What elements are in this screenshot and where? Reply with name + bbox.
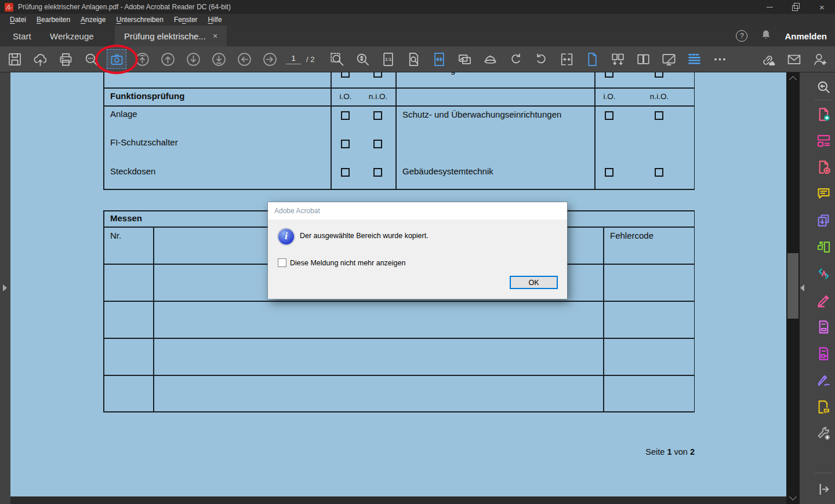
col-nok-right: n.i.O. (650, 92, 669, 101)
nav-pane-strip (0, 72, 10, 504)
find-icon[interactable] (81, 49, 101, 69)
menu-unterschreiben[interactable]: Unterschreiben (111, 14, 168, 25)
split-view-icon[interactable] (557, 49, 576, 69)
snapshot-icon[interactable] (107, 49, 126, 69)
menu-bar: DateiBearbeitenAnzeigeUnterschreibenFens… (0, 14, 835, 25)
pdf-checkbox (341, 168, 350, 177)
single-page-view-icon[interactable] (582, 49, 602, 69)
dont-show-again-row[interactable]: Diese Meldung nicht mehr anzeigen (278, 258, 405, 267)
tab-start[interactable]: Start (3, 25, 41, 46)
table-line (103, 189, 695, 190)
compress-pdf-icon[interactable] (814, 264, 833, 283)
full-screen-icon[interactable] (659, 49, 678, 69)
table-line (103, 338, 695, 339)
pdf-checkbox (341, 72, 350, 78)
dont-show-again-checkbox[interactable] (278, 258, 286, 267)
row-label-schutz-ueberwachung: Schutz- und Überwachungseinrichtungen (402, 108, 588, 122)
actual-size-icon[interactable]: 1:1 (378, 49, 398, 69)
export-pdf-icon[interactable] (814, 104, 833, 124)
pdf-checkbox (373, 72, 382, 78)
pdf-checkbox (655, 111, 663, 120)
pdf-checkbox (341, 111, 350, 120)
page-scrolling-icon[interactable] (684, 49, 704, 69)
window-controls: × (757, 0, 835, 14)
col-ok-left: i.O. (339, 92, 351, 101)
scroll-up-icon[interactable] (789, 76, 797, 83)
scrollbar-thumb[interactable] (787, 253, 798, 319)
fill-and-sign-icon[interactable] (814, 290, 833, 310)
expand-nav-pane-icon[interactable] (3, 284, 7, 291)
ok-button[interactable]: OK (510, 276, 558, 289)
redact-icon[interactable] (814, 344, 833, 363)
organize-pages-icon[interactable] (814, 237, 833, 257)
pdf-checkbox (341, 140, 350, 148)
sign-in-button[interactable]: Anmelden (785, 31, 827, 41)
fit-width-icon[interactable] (429, 49, 449, 69)
rotate-clockwise-icon[interactable] (506, 49, 525, 69)
pdf-checkbox (605, 168, 613, 177)
row-label-steckdosen: Steckdosen (110, 166, 155, 176)
more-tools-icon[interactable] (710, 49, 729, 69)
clipped-text-fragment: g (451, 72, 459, 76)
table-line (395, 72, 397, 190)
send-email-icon[interactable] (784, 49, 804, 69)
first-page-icon[interactable] (132, 49, 152, 69)
comment-icon[interactable] (814, 184, 833, 203)
help-icon[interactable]: ? (736, 30, 747, 42)
request-signatures-icon[interactable] (814, 370, 833, 390)
tab-werkzeuge[interactable]: Werkzeuge (41, 25, 103, 46)
dialog-message: Der ausgewählte Bereich wurde kopiert. (300, 232, 429, 240)
previous-page-icon[interactable] (158, 49, 177, 69)
next-page-icon[interactable] (183, 49, 203, 69)
edit-pdf-icon[interactable] (814, 130, 833, 150)
pdf-checkbox (373, 140, 382, 148)
upload-document-cloud-icon[interactable] (30, 49, 50, 69)
combine-files-icon[interactable] (814, 210, 833, 230)
menu-hilfe[interactable]: Hilfe (203, 14, 227, 25)
scroll-down-icon[interactable] (789, 493, 797, 501)
pdf-checkbox (655, 72, 663, 78)
minimize-button[interactable] (757, 0, 783, 14)
notifications-bell-icon[interactable] (761, 30, 771, 42)
more-tools-panel-icon[interactable] (814, 423, 833, 443)
next-view-icon[interactable] (260, 49, 279, 69)
dynamic-zoom-icon[interactable] (353, 49, 372, 69)
table-line (103, 210, 104, 412)
two-page-scrolling-icon[interactable] (608, 49, 627, 69)
panel-divider (815, 100, 832, 100)
expand-tools-panel-icon[interactable] (814, 479, 833, 499)
share-link-icon[interactable] (758, 49, 778, 69)
two-page-view-icon[interactable] (633, 49, 653, 69)
page-total-label: / 2 (306, 55, 314, 64)
col-nr: Nr. (110, 231, 121, 240)
rotate-counterclockwise-icon[interactable] (531, 49, 551, 69)
menu-anzeige[interactable]: Anzeige (75, 14, 111, 25)
share-with-people-icon[interactable] (809, 49, 829, 69)
close-button[interactable]: × (809, 0, 835, 14)
last-page-icon[interactable] (209, 49, 228, 69)
restore-button[interactable] (783, 0, 809, 14)
table-line (694, 210, 695, 412)
menu-datei[interactable]: Datei (5, 14, 31, 25)
scan-and-ocr-icon[interactable] (814, 317, 833, 337)
pan-and-zoom-icon[interactable] (480, 49, 500, 69)
menu-bearbeiten[interactable]: Bearbeiten (31, 14, 75, 25)
acrobat-logo-icon (5, 3, 13, 12)
menu-fenster[interactable]: Fenster (169, 14, 203, 25)
zoom-to-page-level-icon[interactable] (404, 49, 423, 69)
create-pdf-icon[interactable] (814, 157, 833, 177)
tab-document[interactable]: Prüfung elektrische... × (115, 25, 227, 46)
tab-close-icon[interactable]: × (213, 31, 217, 41)
table-line (153, 227, 154, 412)
collapse-tools-panel-icon[interactable] (800, 284, 804, 291)
page-number-input[interactable] (286, 54, 301, 64)
previous-view-icon[interactable] (234, 49, 254, 69)
reading-mode-icon[interactable] (455, 49, 474, 69)
marquee-zoom-icon[interactable] (327, 49, 347, 69)
vertical-scrollbar (786, 72, 800, 504)
print-icon[interactable] (56, 49, 75, 69)
save-icon[interactable] (5, 49, 24, 69)
window-titlebar: Prüfung elektrischer Anlagen.pdf - Adobe… (0, 0, 835, 14)
send-for-comments-icon[interactable] (814, 397, 833, 417)
search-document-icon[interactable] (814, 77, 833, 97)
